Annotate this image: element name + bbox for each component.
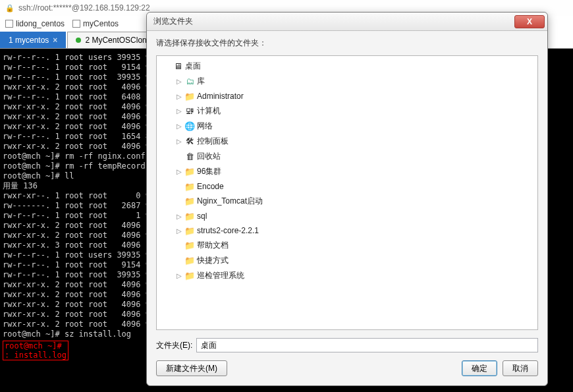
bookmark-item[interactable]: myCentos: [72, 19, 119, 28]
tree-item[interactable]: 控制面板: [161, 134, 533, 149]
tree-item[interactable]: Encode: [161, 179, 533, 194]
folder-icon: [184, 181, 195, 192]
bookmark-label: myCentos: [83, 19, 119, 28]
tree-item-label: 回收站: [197, 151, 221, 162]
folder-icon: [184, 271, 195, 281]
tree-item[interactable]: struts2-core-2.2.1: [161, 223, 533, 238]
tree-item-label: 控制面板: [197, 136, 229, 147]
expand-icon[interactable]: [175, 227, 182, 235]
tree-item[interactable]: 快捷方式: [161, 253, 533, 268]
tree-item-label: 巡检管理系统: [197, 270, 244, 281]
pc-icon: [184, 106, 195, 117]
tree-item-label: 快捷方式: [197, 255, 229, 266]
dialog-titlebar: 浏览文件夹 X: [147, 13, 547, 31]
tree-item[interactable]: Nginx_Tomcat启动: [161, 194, 533, 209]
bookmark-item[interactable]: lidong_centos: [5, 19, 65, 28]
bin-icon: [184, 152, 195, 162]
tab-close-icon[interactable]: ×: [53, 36, 57, 45]
tab-status-dot-icon: [76, 38, 81, 43]
expand-icon[interactable]: [175, 93, 182, 100]
cancel-button[interactable]: 取消: [503, 360, 538, 376]
dialog-message: 请选择保存接收文件的文件夹：: [156, 38, 538, 49]
bookmark-icon: [5, 20, 13, 28]
tree-item-label: struts2-core-2.2.1: [197, 226, 259, 235]
tree-item[interactable]: 帮助文档: [161, 238, 533, 253]
address-text: ssh://root:******@192.168.159.129:22: [18, 3, 150, 13]
expand-icon[interactable]: [175, 213, 182, 220]
folder-icon: [184, 225, 195, 236]
close-icon: X: [527, 17, 532, 26]
bookmark-label: lidong_centos: [16, 19, 65, 28]
browse-folder-dialog: 浏览文件夹 X 请选择保存接收文件的文件夹： 桌面库Administrator计…: [146, 12, 548, 386]
ok-button[interactable]: 确定: [462, 360, 497, 376]
tree-item[interactable]: 库: [161, 74, 533, 89]
tab-label: 2 MyCentOSClon: [85, 36, 146, 45]
tree-item-label: 桌面: [185, 61, 201, 72]
expand-icon[interactable]: [175, 123, 182, 130]
folder-label: 文件夹(E):: [156, 340, 192, 351]
expand-icon[interactable]: [175, 272, 182, 279]
tree-item-label: 96集群: [197, 166, 221, 177]
tree-item[interactable]: 桌面: [161, 59, 533, 74]
tree-item-label: 计算机: [197, 105, 221, 117]
new-folder-button[interactable]: 新建文件夹(M): [156, 360, 227, 376]
folder-tree[interactable]: 桌面库Administrator计算机网络控制面板回收站96集群EncodeNg…: [156, 55, 538, 330]
folder-input[interactable]: [196, 338, 538, 352]
tree-item[interactable]: sql: [161, 209, 533, 223]
tree-item[interactable]: 网络: [161, 119, 533, 134]
tree-item[interactable]: 回收站: [161, 149, 533, 164]
tree-item-label: 库: [197, 76, 205, 87]
net-icon: [184, 121, 195, 132]
expand-icon[interactable]: [175, 168, 182, 175]
tree-item-label: Nginx_Tomcat启动: [197, 196, 263, 207]
ctrl-icon: [184, 136, 195, 147]
folder-icon: [184, 240, 195, 251]
tree-item-label: sql: [197, 211, 207, 221]
dialog-buttons: 新建文件夹(M) 确定 取消: [156, 360, 538, 376]
dialog-title: 浏览文件夹: [153, 16, 514, 27]
tree-item[interactable]: 计算机: [161, 103, 533, 119]
tree-item-label: Administrator: [197, 92, 244, 101]
tree-item[interactable]: Administrator: [161, 89, 533, 103]
tree-item-label: 帮助文档: [197, 240, 229, 251]
lock-icon: 🔒: [5, 4, 14, 13]
tree-item[interactable]: 巡检管理系统: [161, 268, 533, 283]
expand-icon[interactable]: [175, 138, 182, 145]
folder-icon: [184, 167, 195, 177]
lib-icon: [184, 76, 195, 87]
tab-label: 1 mycentos: [9, 36, 49, 45]
folder-icon: [184, 196, 195, 207]
expand-icon[interactable]: [175, 78, 182, 85]
tab[interactable]: 2 MyCentOSClon: [67, 32, 155, 48]
monitor-icon: [173, 61, 183, 72]
expand-icon[interactable]: [175, 107, 182, 115]
tree-item-label: 网络: [197, 121, 213, 132]
tree-item-label: Encode: [197, 182, 224, 191]
close-button[interactable]: X: [514, 15, 545, 28]
highlighted-prompt: root@mch ~]# : install.log: [3, 341, 68, 360]
bookmark-icon: [72, 20, 80, 28]
folder-row: 文件夹(E):: [156, 338, 538, 352]
dialog-body: 请选择保存接收文件的文件夹： 桌面库Administrator计算机网络控制面板…: [147, 31, 547, 385]
folder-icon: [184, 211, 195, 221]
tab[interactable]: 1 mycentos×: [0, 32, 66, 48]
folder-icon: [184, 91, 195, 101]
folder-icon: [184, 256, 195, 266]
tree-item[interactable]: 96集群: [161, 164, 533, 179]
